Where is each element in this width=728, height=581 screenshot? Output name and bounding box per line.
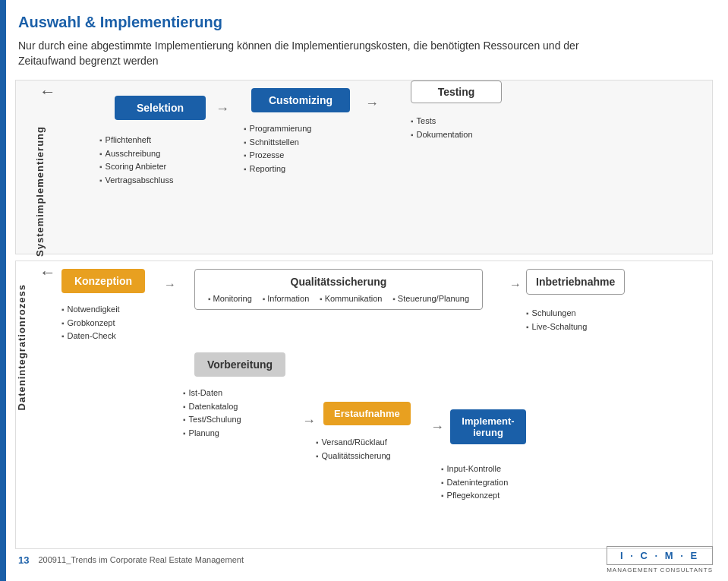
erst-bullet-2: Qualitätssicherung [316, 450, 391, 463]
qs-item-3: Kommunikation [320, 294, 382, 303]
dataint-arrow: ↓ [39, 269, 58, 277]
arrow-vorb-erst: → [302, 413, 316, 429]
page-number: 13 [18, 554, 29, 566]
selektion-box: Selektion [115, 96, 206, 120]
customizing-bullet-2: Schnittstellen [244, 136, 311, 150]
customizing-box: Customizing [251, 88, 350, 112]
footer: 13 200911_Trends im Corporate Real Estat… [18, 546, 713, 573]
vorb-bullet-1: Ist-Daten [183, 387, 241, 400]
systemimpl-label: Systemimplementierung [34, 126, 46, 257]
implementierung-title: Implement-ierung [462, 415, 514, 438]
erstaufnahme-title: Erstaufnahme [334, 408, 400, 419]
arrow-cust-test: → [365, 96, 379, 112]
page-title: Auswahl & Implementierung [18, 14, 713, 31]
footer-logo-container: I · C · M · E MANAGEMENT CONSULTANTS [607, 546, 713, 573]
vorb-bullets: Ist-Daten Datenkatalog Test/Schulung Pla… [183, 387, 241, 440]
selektion-bullet-4: Vertragsabschluss [99, 174, 173, 188]
arrow-erst-impl: → [430, 419, 444, 435]
sysimpl-arrow: ↓ [39, 88, 58, 96]
konzeption-bullet-3: Daten-Check [61, 330, 120, 343]
logo-subtitle: MANAGEMENT CONSULTANTS [607, 567, 713, 573]
vorb-bullet-4: Planung [183, 427, 241, 440]
arrow-sel-cust: → [216, 101, 229, 117]
qs-item-4: Steuerung/Planung [392, 294, 469, 303]
erst-bullet-1: Versand/Rücklauf [316, 436, 391, 450]
customizing-bullet-3: Prozesse [244, 149, 311, 163]
qs-item-2: Information [263, 294, 310, 303]
testing-bullet-1: Tests [411, 115, 473, 128]
header-subtitle: Nur durch eine abgestimmte Implementieru… [18, 39, 610, 68]
dataint-label: Datenintegrationrozess [16, 284, 27, 410]
vorb-bullet-3: Test/Schulung [183, 413, 241, 427]
dataint-section: Datenintegrationrozess ↓ Konzeption Notw… [15, 261, 713, 549]
footer-logo: I · C · M · E [607, 546, 713, 565]
impl-bullets: Input-Kontrolle Datenintegration Pflegek… [441, 463, 508, 503]
qs-box: Qualitätssicherung Monitoring Informatio… [194, 269, 483, 310]
selektion-bullet-3: Scoring Anbieter [99, 160, 173, 174]
konzeption-bullets: Notwendigkeit Grobkonzept Daten-Check [61, 303, 120, 343]
arrow-qs-inbet: → [509, 278, 522, 292]
logo-text: I · C · M · E [620, 550, 699, 561]
arrow-konz-qs: → [164, 278, 176, 292]
qs-title: Qualitätssicherung [203, 276, 474, 288]
selektion-bullets: Pflichtenheft Ausschreibung Scoring Anbi… [99, 134, 173, 187]
footer-filename: 200911_Trends im Corporate Real Estate M… [38, 555, 243, 564]
vorb-bullet-2: Datenkatalog [183, 400, 241, 414]
footer-left: 13 200911_Trends im Corporate Real Estat… [18, 554, 244, 566]
selektion-title: Selektion [137, 102, 184, 114]
inbetriebnahme-box: Inbetriebnahme [526, 269, 625, 295]
implementierung-box: Implement-ierung [450, 409, 526, 444]
inbet-bullet-2: Live-Schaltung [526, 320, 587, 334]
konzeption-bullet-2: Grobkonzept [61, 317, 120, 330]
inbet-bullet-1: Schulungen [526, 307, 587, 320]
konzeption-title: Konzeption [74, 275, 132, 287]
impl-bullet-3: Pflegekonzept [441, 489, 508, 503]
konzeption-bullet-1: Notwendigkeit [61, 303, 120, 317]
testing-title: Testing [438, 86, 475, 98]
customizing-bullet-1: Programmierung [244, 122, 311, 136]
left-bar [0, 0, 6, 581]
erst-bullets: Versand/Rücklauf Qualitätssicherung [316, 436, 391, 463]
testing-bullets: Tests Dokumentation [411, 115, 473, 141]
testing-box: Testing [411, 81, 502, 103]
konzeption-box: Konzeption [61, 269, 145, 293]
systemimpl-section: Systemimplementierung ↓ Selektion Pflich… [15, 80, 713, 254]
customizing-bullets: Programmierung Schnittstellen Prozesse R… [244, 122, 311, 175]
inbet-bullets: Schulungen Live-Schaltung [526, 307, 587, 333]
page: Auswahl & Implementierung Nur durch eine… [0, 0, 728, 581]
qs-items: Monitoring Information Kommunikation Ste… [203, 294, 474, 303]
testing-bullet-2: Dokumentation [411, 128, 473, 142]
erstaufnahme-box: Erstaufnahme [323, 402, 411, 425]
testing-container: Testing Tests Dokumentation [411, 81, 502, 103]
customizing-title: Customizing [269, 94, 332, 106]
customizing-bullet-4: Reporting [244, 163, 311, 176]
vorbereitung-box: Vorbereitung [194, 352, 285, 377]
qs-item-1: Monitoring [208, 294, 252, 303]
selektion-bullet-1: Pflichtenheft [99, 134, 173, 147]
header: Auswahl & Implementierung Nur durch eine… [0, 0, 728, 76]
impl-bullet-2: Datenintegration [441, 476, 508, 490]
impl-bullet-1: Input-Kontrolle [441, 463, 508, 476]
selektion-bullet-2: Ausschreibung [99, 147, 173, 161]
